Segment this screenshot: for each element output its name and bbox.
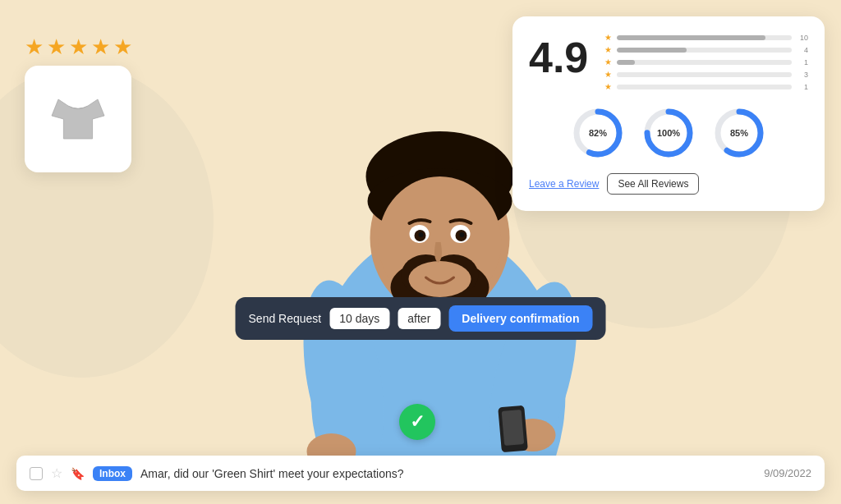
product-card <box>25 66 131 172</box>
star-icon-5: ★ <box>604 33 612 42</box>
svg-text:100%: 100% <box>657 128 680 138</box>
days-value: 10 days <box>329 308 389 329</box>
email-bar: ☆ 🔖 Inbox Amar, did our 'Green Shirt' me… <box>16 456 825 491</box>
bar-row-5: ★ 10 <box>604 33 808 42</box>
email-date: 9/09/2022 <box>764 467 811 479</box>
svg-point-23 <box>419 232 424 237</box>
svg-point-24 <box>460 232 465 237</box>
star-icon-1: ★ <box>604 82 612 91</box>
review-card: 4.9 ★ 10 ★ 4 ★ 1 ★ 3 <box>512 16 825 211</box>
review-actions: Leave a Review See All Reviews <box>529 173 808 195</box>
send-request-label: Send Request <box>249 312 322 325</box>
star-icon-3: ★ <box>604 57 612 66</box>
star-2: ★ <box>47 34 66 60</box>
star-bars: ★ 10 ★ 4 ★ 1 ★ 3 ★ 1 <box>604 33 808 91</box>
donut-82: 82% <box>569 104 627 162</box>
donut-100: 100% <box>640 104 697 162</box>
star-1: ★ <box>25 34 44 60</box>
rating-number: 4.9 <box>529 33 588 91</box>
star-icon-4: ★ <box>604 45 612 54</box>
see-all-reviews-button[interactable]: See All Reviews <box>607 173 699 195</box>
svg-point-18 <box>409 261 471 297</box>
bar-row-3: ★ 1 <box>604 57 808 66</box>
stars-row: ★ ★ ★ ★ ★ <box>25 34 132 60</box>
email-bookmark-icon[interactable]: 🔖 <box>71 467 85 480</box>
svg-text:85%: 85% <box>730 128 748 138</box>
star-icon-2: ★ <box>604 70 612 79</box>
bar-row-2: ★ 3 <box>604 70 808 79</box>
star-3: ★ <box>69 34 88 60</box>
donut-85: 85% <box>710 104 768 162</box>
rating-value: 4.9 <box>529 33 588 79</box>
inbox-badge: Inbox <box>93 466 132 481</box>
bar-row-4: ★ 4 <box>604 45 808 54</box>
svg-rect-30 <box>502 410 525 446</box>
green-check-badge: ✓ <box>399 404 435 440</box>
tshirt-icon <box>45 86 111 152</box>
email-subject: Amar, did our 'Green Shirt' meet your ex… <box>140 467 756 480</box>
email-star-icon[interactable]: ☆ <box>51 465 62 481</box>
after-label: after <box>398 308 440 329</box>
request-bar: Send Request 10 days after Delivery conf… <box>236 297 606 340</box>
delivery-confirmation-button[interactable]: Delivery confirmation <box>448 305 592 332</box>
leave-review-link[interactable]: Leave a Review <box>529 178 599 190</box>
email-checkbox[interactable] <box>30 467 43 480</box>
star-5: ★ <box>113 34 132 60</box>
star-4: ★ <box>91 34 110 60</box>
svg-text:82%: 82% <box>589 128 607 138</box>
donut-row: 82% 100% 85% <box>529 104 808 162</box>
bar-row-1: ★ 1 <box>604 82 808 91</box>
